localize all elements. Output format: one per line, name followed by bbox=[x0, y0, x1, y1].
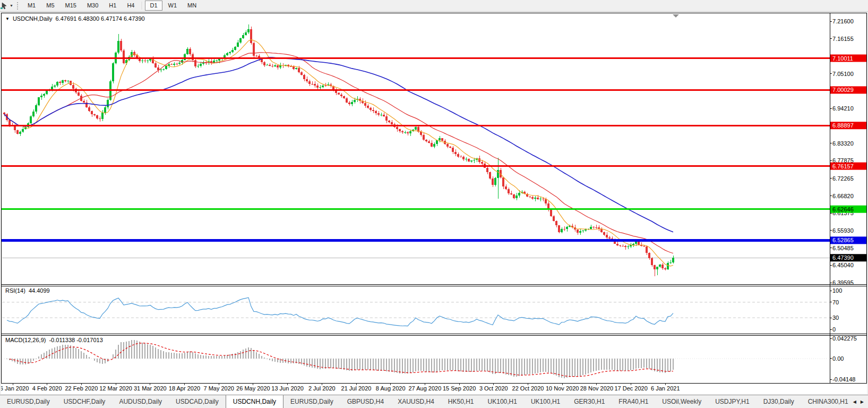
candle-body bbox=[40, 96, 42, 97]
candle-body bbox=[67, 81, 68, 81]
date-tick-label: 3 Oct 2020 bbox=[479, 385, 508, 392]
candle-body bbox=[8, 120, 10, 125]
candle-body bbox=[534, 198, 536, 199]
candle-body bbox=[582, 231, 583, 232]
candle-body bbox=[245, 32, 246, 35]
candle-body bbox=[99, 118, 100, 120]
price-tick-label: 6.94210 bbox=[832, 105, 854, 112]
tab-scroll-left-icon[interactable]: ◀ bbox=[853, 400, 856, 404]
price-tick-label: 6.55930 bbox=[832, 227, 854, 234]
chart-tab[interactable]: USDJPY,H1 bbox=[708, 395, 756, 408]
candle-body bbox=[595, 227, 597, 228]
candle-body bbox=[186, 49, 188, 54]
candle-body bbox=[531, 197, 533, 199]
candle-body bbox=[388, 121, 390, 122]
toolbar-separator bbox=[142, 2, 142, 10]
date-tick-label: 16 Jan 2020 bbox=[1, 385, 29, 392]
candle-body bbox=[348, 103, 350, 104]
candle-body bbox=[43, 94, 45, 96]
candle-body bbox=[311, 84, 313, 84]
rsi-tick-label: 70 bbox=[832, 299, 839, 305]
timeframe-button-m30[interactable]: M30 bbox=[82, 1, 103, 11]
date-tick-label: 6 Jan 2021 bbox=[651, 385, 680, 392]
chart-tab[interactable]: XAUUSD,H4 bbox=[391, 395, 441, 408]
candle-body bbox=[293, 66, 294, 69]
chart-canvas[interactable]: 7.216007.161557.051006.942106.833206.778… bbox=[1, 13, 867, 394]
candle-body bbox=[308, 81, 310, 83]
candle-body bbox=[229, 52, 230, 53]
candle-body bbox=[638, 241, 639, 244]
date-tick-label: 8 Aug 2020 bbox=[376, 385, 406, 392]
timeframe-button-h1[interactable]: H1 bbox=[104, 1, 121, 11]
candle-body bbox=[3, 113, 5, 114]
cursor-tool-button[interactable]: ▼ bbox=[0, 0, 15, 11]
tab-scroll-controls: ◀ ▶ bbox=[849, 395, 868, 408]
candle-body bbox=[661, 265, 663, 268]
candle-body bbox=[30, 116, 31, 123]
candle-body bbox=[377, 113, 379, 115]
date-tick-label: 7 May 2020 bbox=[203, 385, 234, 392]
candle-body bbox=[489, 172, 491, 178]
timeframe-button-m15[interactable]: M15 bbox=[61, 1, 81, 11]
candle-body bbox=[263, 62, 265, 65]
candle-body bbox=[428, 141, 429, 143]
candle-body bbox=[194, 60, 196, 66]
cursor-tool-caret-icon[interactable]: ▼ bbox=[10, 4, 13, 7]
candle-body bbox=[646, 246, 647, 253]
candle-body bbox=[123, 50, 124, 63]
candle-body bbox=[654, 265, 655, 269]
chart-tab[interactable]: UK100,H1 bbox=[524, 395, 567, 408]
candle-body bbox=[577, 230, 578, 232]
date-tick-label: 26 May 2020 bbox=[236, 385, 270, 392]
candle-body bbox=[497, 170, 499, 178]
candle-body bbox=[622, 246, 623, 246]
candle-body bbox=[200, 64, 201, 66]
hline-label: 6.62646 bbox=[832, 206, 854, 212]
chart-tab[interactable]: FRA40,H1 bbox=[612, 395, 655, 408]
chart-tab[interactable]: CHINA300,H1 bbox=[801, 395, 849, 408]
candle-body bbox=[492, 178, 493, 185]
chart-tab[interactable]: EURUSD,Daily bbox=[283, 395, 340, 408]
chart-tab[interactable]: USOil,Weekly bbox=[655, 395, 708, 408]
timeframe-button-d1[interactable]: D1 bbox=[145, 1, 162, 11]
candle-body bbox=[184, 54, 185, 60]
candle-body bbox=[632, 244, 634, 245]
timeframe-button-mn[interactable]: MN bbox=[183, 1, 201, 11]
timeframe-button-m1[interactable]: M1 bbox=[23, 1, 40, 11]
chart-tab[interactable]: DJ30,Daily bbox=[757, 395, 801, 408]
candle-body bbox=[592, 227, 594, 227]
tab-scroll-right-icon[interactable]: ▶ bbox=[861, 400, 864, 404]
candle-body bbox=[454, 152, 456, 154]
candle-body bbox=[425, 140, 427, 141]
candle-body bbox=[563, 229, 565, 230]
candle-body bbox=[460, 157, 461, 157]
chart-tab[interactable]: UK100,H1 bbox=[481, 395, 524, 408]
candle-body bbox=[659, 265, 660, 267]
candle-body bbox=[224, 55, 225, 57]
candle-body bbox=[247, 29, 249, 32]
chart-tab[interactable]: AUDUSD,Daily bbox=[112, 395, 169, 408]
toolbar-grip-handle[interactable] bbox=[17, 2, 19, 10]
candle-body bbox=[253, 43, 254, 56]
candle-body bbox=[295, 68, 297, 70]
timeframe-button-w1[interactable]: W1 bbox=[164, 1, 182, 11]
candle-body bbox=[338, 93, 339, 95]
candle-body bbox=[51, 87, 53, 89]
candle-body bbox=[277, 65, 278, 67]
chart-tab[interactable]: EURUSD,Daily bbox=[0, 395, 57, 408]
chart-tab[interactable]: USDCNH,Daily bbox=[226, 395, 283, 408]
timeframe-button-h4[interactable]: H4 bbox=[122, 1, 139, 11]
candle-body bbox=[242, 35, 244, 38]
chart-tab[interactable]: GER30,H1 bbox=[567, 395, 612, 408]
candle-body bbox=[255, 56, 257, 56]
timeframe-toolbar: ▼ M1M5M15M30H1H4D1W1MN bbox=[0, 0, 868, 12]
chart-tab[interactable]: GBPUSD,H4 bbox=[340, 395, 391, 408]
chart-tab[interactable]: USDCAD,Daily bbox=[169, 395, 226, 408]
chart-tab[interactable]: HK50,H1 bbox=[441, 395, 481, 408]
chart-tab[interactable]: USDCHF,Daily bbox=[57, 395, 113, 408]
candle-body bbox=[608, 237, 610, 238]
candle-body bbox=[38, 97, 39, 105]
candle-body bbox=[104, 107, 106, 112]
timeframe-button-m5[interactable]: M5 bbox=[41, 1, 59, 11]
candle-body bbox=[369, 108, 371, 110]
